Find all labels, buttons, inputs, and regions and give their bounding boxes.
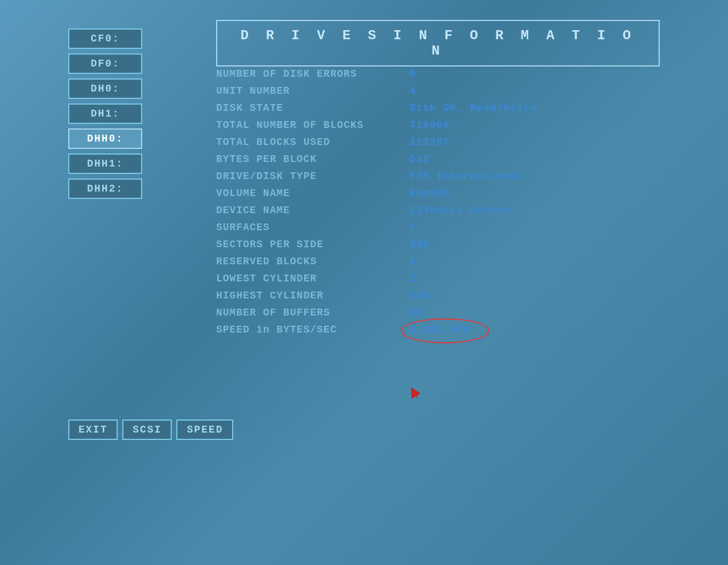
info-row: DRIVE/DISK TYPEFFS International	[216, 171, 671, 182]
info-row: LOWEST CYLINDER2	[216, 273, 671, 284]
info-label: TOTAL BLOCKS USED	[216, 136, 410, 148]
drive-button-df0[interactable]: DF0:	[68, 53, 142, 74]
mouse-cursor	[407, 385, 421, 399]
bottom-button-exit[interactable]: EXIT	[68, 419, 118, 440]
info-row: DEVICE NAME1230scsi.device	[216, 205, 671, 216]
drive-button-dhh2[interactable]: DHH2:	[68, 178, 142, 199]
title-text: D R I V E S I N F O R M A T I O N	[241, 28, 635, 59]
info-value: 715006	[410, 119, 450, 131]
info-row: SURFACES7	[216, 222, 671, 233]
info-row: RESERVED BLOCKS2	[216, 256, 671, 267]
info-label: NUMBER OF DISK ERRORS	[216, 68, 410, 80]
info-row: UNIT NUMBER4	[216, 85, 671, 97]
drive-button-dh0[interactable]: DH0:	[68, 78, 142, 99]
info-value: 1230scsi.device	[410, 205, 510, 216]
info-value: 0	[410, 68, 416, 80]
info-row: VOLUME NAMEBootHD	[216, 188, 671, 199]
drive-list: CF0:DF0:DH0:DH1:DHH0:DHH1:DHH2:	[68, 28, 142, 199]
info-label: LOWEST CYLINDER	[216, 273, 410, 284]
info-value: Disk OK, Read/Write	[410, 102, 537, 114]
info-label: RESERVED BLOCKS	[216, 256, 410, 267]
info-label: HIGHEST CYLINDER	[216, 290, 410, 301]
bottom-button-speed[interactable]: SPEED	[176, 419, 233, 440]
bottom-button-scsi[interactable]: SCSI	[122, 419, 172, 440]
info-row: BYTES PER BLOCK512	[216, 153, 671, 165]
info-label: TOTAL NUMBER OF BLOCKS	[216, 119, 410, 131]
drive-button-dhh0[interactable]: DHH0:	[68, 128, 142, 149]
info-label: DRIVE/DISK TYPE	[216, 171, 410, 182]
info-row: TOTAL BLOCKS USED112307	[216, 136, 671, 148]
info-label: BYTES PER BLOCK	[216, 153, 410, 165]
info-value: 112307	[410, 136, 450, 148]
info-value: 400	[410, 290, 429, 301]
info-row: NUMBER OF BUFFERS32	[216, 307, 671, 318]
info-value: 2	[410, 256, 416, 267]
info-row: DISK STATEDisk OK, Read/Write	[216, 102, 671, 114]
info-value: 512	[410, 153, 429, 165]
info-value: 8,192,000	[410, 324, 470, 335]
info-value: FFS International	[410, 171, 524, 182]
info-label: SPEED in BYTES/SEC	[216, 324, 410, 335]
drive-button-dhh1[interactable]: DHH1:	[68, 153, 142, 174]
info-value: 7	[410, 222, 416, 233]
info-label: NUMBER OF BUFFERS	[216, 307, 410, 318]
bottom-buttons: EXITSCSISPEED	[68, 419, 233, 440]
info-row: SPEED in BYTES/SEC8,192,000	[216, 324, 671, 335]
info-value: 32	[410, 307, 423, 318]
info-row: TOTAL NUMBER OF BLOCKS715006	[216, 119, 671, 131]
info-table: NUMBER OF DISK ERRORS0UNIT NUMBER4DISK S…	[216, 68, 671, 341]
info-label: UNIT NUMBER	[216, 85, 410, 97]
title-box: D R I V E S I N F O R M A T I O N	[216, 20, 660, 67]
info-value: BootHD	[410, 188, 450, 199]
drive-button-cf0[interactable]: CF0:	[68, 28, 142, 49]
info-label: DEVICE NAME	[216, 205, 410, 216]
info-label: DISK STATE	[216, 102, 410, 114]
info-label: SECTORS PER SIDE	[216, 239, 410, 250]
info-label: SURFACES	[216, 222, 410, 233]
info-row: NUMBER OF DISK ERRORS0	[216, 68, 671, 80]
info-value: 256	[410, 239, 429, 250]
info-row: HIGHEST CYLINDER400	[216, 290, 671, 301]
info-value: 4	[410, 85, 416, 97]
speed-value-wrapper: 8,192,000	[410, 324, 470, 335]
info-row: SECTORS PER SIDE256	[216, 239, 671, 250]
speed-circle-annotation	[401, 318, 489, 343]
drive-button-dh1[interactable]: DH1:	[68, 103, 142, 124]
info-value: 2	[410, 273, 416, 284]
screen: CF0:DF0:DH0:DH1:DHH0:DHH1:DHH2: D R I V …	[0, 0, 728, 565]
info-label: VOLUME NAME	[216, 188, 410, 199]
